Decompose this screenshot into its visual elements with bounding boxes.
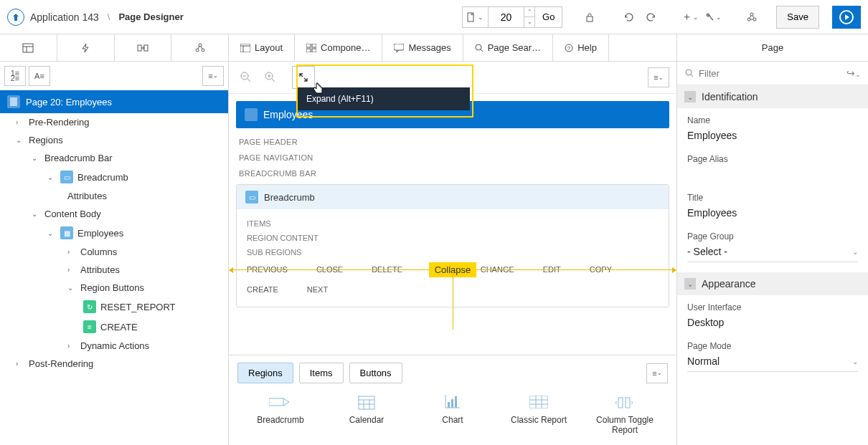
svg-rect-18	[306, 44, 311, 47]
save-button[interactable]: Save	[776, 6, 819, 29]
tree-node-employees[interactable]: ⌄▦Employees	[0, 223, 228, 243]
gallery-item-chart[interactable]: Chart	[417, 393, 489, 435]
gallery-item-column-toggle[interactable]: Column Toggle Report	[589, 393, 661, 435]
svg-rect-20	[306, 49, 311, 52]
shared-components-button[interactable]	[740, 6, 763, 28]
prop-alias-value[interactable]	[687, 168, 858, 183]
undo-button[interactable]	[617, 6, 640, 28]
page-type-dropdown[interactable]: ⌄	[462, 6, 489, 28]
tree-page-header[interactable]: Page 20: Employees	[0, 90, 228, 113]
tree-view-2-button[interactable]: A≡	[29, 66, 50, 86]
tree-node-attributes2[interactable]: ›Attributes	[0, 261, 228, 279]
tab-components[interactable]: Compone…	[295, 34, 382, 61]
svg-rect-45	[529, 396, 548, 408]
tree-view-1-button[interactable]: 1≡2≡	[4, 66, 26, 86]
page-number-input[interactable]	[489, 6, 524, 28]
layout-region-content-label: REGION CONTENT	[247, 231, 659, 245]
svg-line-33	[272, 79, 275, 82]
svg-rect-22	[394, 44, 404, 50]
filter-bar: ↪⌄	[677, 62, 868, 85]
gallery-item-calendar[interactable]: Calendar	[331, 393, 402, 435]
create-dropdown[interactable]: ＋⌄	[679, 6, 702, 28]
layout-btn-previous[interactable]: PREVIOUS	[247, 265, 288, 274]
layout-btn-help[interactable]: HELP	[431, 265, 452, 274]
gallery-tab-regions[interactable]: Regions	[237, 363, 293, 383]
gallery-tab-buttons[interactable]: Buttons	[349, 363, 402, 383]
left-tabs	[0, 34, 228, 62]
expand-button[interactable]	[292, 66, 315, 89]
tree-node-reset-report[interactable]: ↻RESET_REPORT	[0, 297, 228, 317]
redo-button[interactable]	[640, 6, 663, 28]
tab-messages[interactable]: Messages	[382, 34, 463, 61]
prop-group-select[interactable]: - Select -⌄	[687, 246, 858, 262]
tree-node-post-rendering[interactable]: ›Post-Rendering	[0, 355, 228, 373]
layout-sub-regions-label: SUB REGIONS	[247, 245, 659, 259]
svg-point-3	[750, 13, 753, 16]
layout-menu-button[interactable]: ≡ ⌄	[648, 67, 669, 87]
search-icon	[684, 68, 694, 78]
tree-node-create[interactable]: ≡CREATE	[0, 317, 228, 337]
expand-tooltip: Expand (Alt+F11)	[298, 87, 470, 110]
page-down-button[interactable]: ⌄	[524, 17, 534, 27]
zoom-in-button[interactable]	[260, 67, 280, 87]
tree-node-columns[interactable]: ›Columns	[0, 243, 228, 261]
filter-input[interactable]	[699, 68, 842, 79]
svg-rect-44	[455, 396, 457, 408]
layout-btn-create[interactable]: CREATE	[247, 285, 278, 294]
page-title: Page Designer	[118, 11, 183, 22]
page-up-button[interactable]: ⌃	[524, 7, 534, 18]
prop-mode-select[interactable]: Normal⌄	[687, 355, 858, 372]
tab-layout[interactable]: Layout	[229, 34, 295, 61]
gallery-item-breadcrumb[interactable]: Breadcrumb	[245, 393, 316, 435]
layout-btn-next[interactable]: NEXT	[307, 285, 328, 294]
prop-name-value[interactable]: Employees	[687, 130, 858, 144]
layout-btn-copy[interactable]: COPY	[590, 265, 612, 274]
tab-page-search[interactable]: Page Sear…	[463, 34, 553, 61]
tab-rendering[interactable]	[0, 34, 57, 61]
tree-node-breadcrumb[interactable]: ⌄▭Breadcrumb	[0, 167, 228, 187]
tree-node-content-body[interactable]: ⌄Content Body	[0, 205, 228, 223]
utilities-dropdown[interactable]: ⌄	[702, 6, 725, 28]
tree-node-region-buttons[interactable]: ⌄Region Buttons	[0, 279, 228, 297]
tree-node-breadcrumb-bar[interactable]: ⌄Breadcrumb Bar	[0, 149, 228, 167]
svg-rect-34	[269, 398, 283, 406]
tab-dynamic-actions[interactable]	[57, 34, 115, 61]
prop-group-label: Page Group	[687, 231, 858, 241]
tree-node-regions[interactable]: ⌄Regions	[0, 131, 228, 149]
tab-page[interactable]: Page	[677, 34, 868, 61]
breadcrumb-separator: \	[108, 11, 110, 22]
layout-btn-edit[interactable]: EDIT	[543, 265, 561, 274]
prop-name-label: Name	[687, 115, 858, 125]
layout-btn-change[interactable]: CHANGE	[481, 265, 514, 274]
tree-menu-button[interactable]: ≡ ⌄	[202, 66, 224, 86]
gallery-menu-button[interactable]: ≡ ⌄	[646, 363, 668, 383]
svg-text:?: ?	[567, 45, 571, 52]
up-arrow-icon[interactable]	[7, 9, 24, 26]
svg-line-53	[691, 75, 693, 77]
filter-menu-icon[interactable]: ↪⌄	[846, 67, 861, 79]
svg-point-12	[196, 49, 199, 52]
tree-node-attributes[interactable]: Attributes	[0, 187, 228, 205]
app-name-link[interactable]: Application 143	[30, 11, 99, 23]
run-button[interactable]	[832, 6, 861, 29]
group-identification[interactable]: ⌄ Identification	[677, 85, 868, 108]
gallery-item-classic-report[interactable]: Classic Report	[503, 393, 575, 435]
layout-btn-close[interactable]: CLOSE	[316, 265, 343, 274]
group-appearance[interactable]: ⌄ Appearance	[677, 272, 868, 295]
tab-shared[interactable]	[171, 34, 228, 61]
layout-btn-delete[interactable]: DELETE	[372, 265, 402, 274]
center-toolbar: Expand (Alt+F11) ≡ ⌄	[229, 62, 676, 94]
go-button[interactable]: Go	[534, 6, 562, 28]
tab-help[interactable]: ?Help	[553, 34, 609, 61]
lock-button[interactable]	[578, 6, 601, 28]
zoom-out-button[interactable]	[236, 67, 256, 87]
prop-title-value[interactable]: Employees	[687, 207, 858, 221]
prop-title-label: Title	[687, 193, 858, 203]
tab-processing[interactable]	[115, 34, 172, 61]
left-toolbar: 1≡2≡ A≡ ≡ ⌄	[0, 62, 228, 90]
tree-node-pre-rendering[interactable]: ›Pre-Rendering	[0, 113, 228, 131]
tree-node-dynamic-actions[interactable]: ›Dynamic Actions	[0, 337, 228, 355]
gallery-tab-items[interactable]: Items	[299, 363, 344, 383]
breadcrumb: Application 143 \ Page Designer	[7, 9, 184, 26]
layout-section-page-nav: PAGE NAVIGATION	[236, 150, 669, 166]
